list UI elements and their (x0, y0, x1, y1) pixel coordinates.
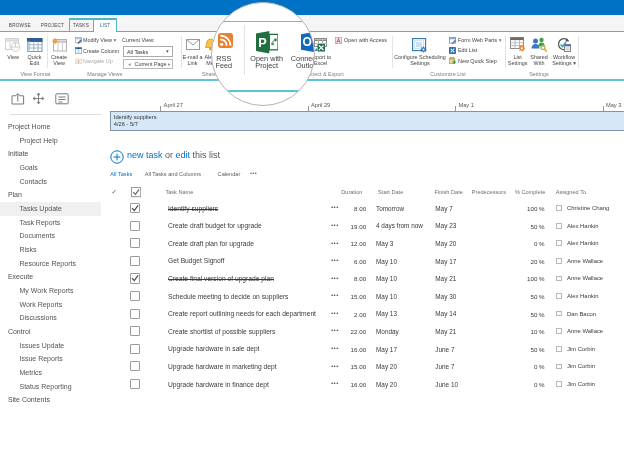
svg-text:O: O (302, 35, 311, 49)
svg-text:P: P (258, 36, 266, 50)
